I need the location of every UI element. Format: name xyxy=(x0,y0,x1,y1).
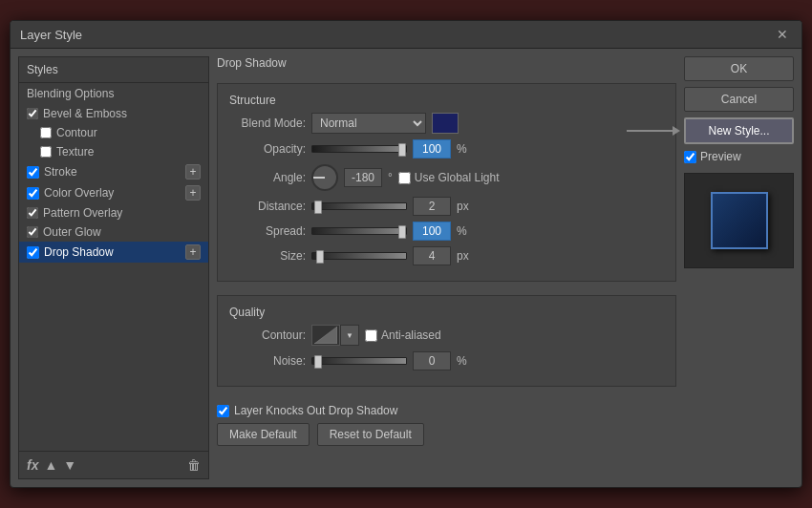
angle-label: Angle: xyxy=(229,171,306,184)
size-unit: px xyxy=(457,249,469,263)
blend-mode-select[interactable]: Normal Multiply Screen Overlay xyxy=(311,113,426,134)
preview-checkbox[interactable] xyxy=(684,151,696,163)
noise-input[interactable] xyxy=(413,351,451,370)
make-default-button[interactable]: Make Default xyxy=(217,423,310,446)
left-panel: Styles Blending Options Bevel & Emboss C… xyxy=(18,56,209,479)
move-up-button[interactable]: ▲ xyxy=(44,457,57,473)
spread-unit: % xyxy=(457,224,467,238)
angle-input[interactable] xyxy=(344,168,382,187)
stroke-checkbox[interactable] xyxy=(27,166,39,179)
angle-line xyxy=(313,177,325,179)
global-light-row: Use Global Light xyxy=(398,171,500,184)
sidebar-item-outer-glow[interactable]: Outer Glow xyxy=(19,222,208,242)
preview-inner xyxy=(711,192,768,249)
anti-aliased-row: Anti-aliased xyxy=(365,328,441,342)
spread-input[interactable] xyxy=(413,222,451,241)
size-slider-container xyxy=(311,252,407,260)
sidebar-item-contour[interactable]: Contour xyxy=(19,123,208,142)
structure-title: Structure xyxy=(229,94,664,107)
opacity-row: Opacity: % xyxy=(229,139,664,159)
contour-dropdown[interactable]: ▼ xyxy=(340,325,359,346)
distance-slider-handle[interactable] xyxy=(314,201,322,214)
blend-mode-row: Blend Mode: Normal Multiply Screen Overl… xyxy=(229,113,664,134)
ok-button[interactable]: OK xyxy=(684,56,794,81)
distance-label: Distance: xyxy=(229,200,306,213)
spread-slider-handle[interactable] xyxy=(398,225,406,239)
size-slider-handle[interactable] xyxy=(316,250,324,264)
blend-mode-label: Blend Mode: xyxy=(229,116,306,130)
noise-slider-handle[interactable] xyxy=(314,355,322,369)
sidebar-item-color-overlay[interactable]: Color Overlay + xyxy=(19,182,208,203)
styles-header: Styles xyxy=(19,57,208,83)
new-style-button[interactable]: New Style... xyxy=(684,117,794,144)
size-row: Size: px xyxy=(229,246,664,265)
spread-slider-track[interactable] xyxy=(311,227,407,235)
noise-unit: % xyxy=(457,354,467,368)
size-input[interactable] xyxy=(413,246,451,265)
size-slider-track[interactable] xyxy=(311,252,407,260)
angle-dial[interactable] xyxy=(311,164,338,191)
center-panel: Drop Shadow Structure Blend Mode: Normal… xyxy=(217,56,676,479)
noise-slider-track[interactable] xyxy=(311,357,407,365)
contour-picker[interactable]: ▼ xyxy=(311,325,359,346)
drop-shadow-add-button[interactable]: + xyxy=(185,244,201,260)
sidebar-item-texture[interactable]: Texture xyxy=(19,142,208,161)
opacity-slider-container xyxy=(311,145,407,153)
opacity-slider-handle[interactable] xyxy=(398,143,406,157)
fx-button[interactable]: fx xyxy=(27,457,38,473)
bevel-emboss-checkbox[interactable] xyxy=(27,108,38,119)
sidebar-item-drop-shadow[interactable]: Drop Shadow + xyxy=(19,242,208,263)
contour-checkbox[interactable] xyxy=(40,127,52,138)
bottom-actions: Layer Knocks Out Drop Shadow Make Defaul… xyxy=(217,400,676,446)
title-bar: Layer Style ✕ xyxy=(11,21,801,49)
sidebar-item-pattern-overlay[interactable]: Pattern Overlay xyxy=(19,203,208,222)
distance-unit: px xyxy=(457,200,469,213)
layer-knocks-label: Layer Knocks Out Drop Shadow xyxy=(234,404,397,417)
delete-button[interactable]: 🗑 xyxy=(187,457,201,473)
dialog-body: Styles Blending Options Bevel & Emboss C… xyxy=(11,49,801,487)
left-panel-footer: fx ▲ ▼ 🗑 xyxy=(19,451,208,478)
preview-label-row: Preview xyxy=(684,150,794,163)
anti-aliased-checkbox[interactable] xyxy=(365,329,377,342)
structure-section: Structure Blend Mode: Normal Multiply Sc… xyxy=(217,83,676,282)
pattern-overlay-checkbox[interactable] xyxy=(27,207,38,219)
contour-label: Contour: xyxy=(229,328,306,342)
opacity-label: Opacity: xyxy=(229,142,306,156)
layer-knocks-row: Layer Knocks Out Drop Shadow xyxy=(217,404,676,417)
opacity-slider-track[interactable] xyxy=(311,145,407,153)
contour-svg xyxy=(314,327,337,344)
sidebar-item-blending-options[interactable]: Blending Options xyxy=(19,83,208,104)
noise-slider-container xyxy=(311,357,407,365)
layer-style-dialog: Layer Style ✕ Styles Blending Options Be… xyxy=(10,20,802,488)
move-down-button[interactable]: ▼ xyxy=(63,457,76,473)
angle-unit: ° xyxy=(388,171,393,184)
sidebar-item-bevel-emboss[interactable]: Bevel & Emboss xyxy=(19,104,208,123)
anti-aliased-label: Anti-aliased xyxy=(381,328,441,342)
arrow-container xyxy=(627,130,674,132)
right-panel: OK Cancel New Style... Preview xyxy=(684,56,794,479)
opacity-input[interactable] xyxy=(413,139,451,159)
contour-row: Contour: ▼ Anti-aliased xyxy=(229,325,664,346)
drop-shadow-checkbox[interactable] xyxy=(27,246,39,259)
reset-to-default-button[interactable]: Reset to Default xyxy=(317,423,424,446)
cancel-button[interactable]: Cancel xyxy=(684,87,794,112)
shadow-color-swatch[interactable] xyxy=(432,113,459,134)
layer-knocks-checkbox[interactable] xyxy=(217,405,229,417)
texture-checkbox[interactable] xyxy=(40,146,52,158)
quality-title: Quality xyxy=(229,306,664,319)
distance-input[interactable] xyxy=(413,197,451,216)
contour-preview[interactable] xyxy=(311,325,340,346)
spread-row: Spread: % xyxy=(229,222,664,241)
drop-shadow-title: Drop Shadow xyxy=(217,56,676,70)
sidebar-item-stroke[interactable]: Stroke + xyxy=(19,161,208,182)
distance-row: Distance: px xyxy=(229,197,664,216)
quality-section: Quality Contour: ▼ xyxy=(217,295,676,387)
close-button[interactable]: ✕ xyxy=(773,27,792,42)
size-label: Size: xyxy=(229,249,306,263)
distance-slider-track[interactable] xyxy=(311,202,407,210)
outer-glow-checkbox[interactable] xyxy=(27,226,38,238)
stroke-add-button[interactable]: + xyxy=(185,164,201,180)
color-overlay-checkbox[interactable] xyxy=(27,187,39,200)
global-light-checkbox[interactable] xyxy=(398,172,411,184)
color-overlay-add-button[interactable]: + xyxy=(185,185,201,201)
